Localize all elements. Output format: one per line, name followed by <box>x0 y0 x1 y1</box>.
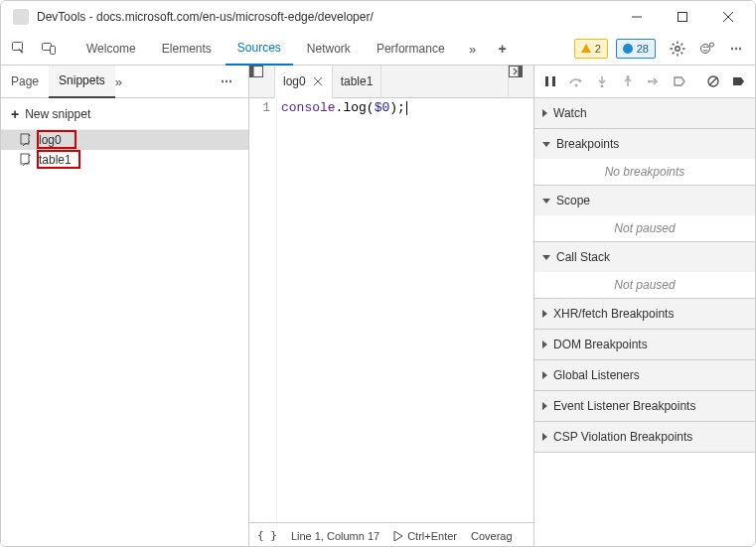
section-header[interactable]: Call Stack <box>534 242 755 272</box>
section-header[interactable]: Event Listener Breakpoints <box>534 391 755 421</box>
pretty-print-icon[interactable]: { } <box>257 529 277 542</box>
svg-point-31 <box>601 85 604 88</box>
toggle-navigator-icon[interactable] <box>249 66 275 98</box>
debugger-section: DOM Breakpoints <box>534 330 755 360</box>
more-tabs-icon[interactable]: » <box>459 35 487 63</box>
minimize-button[interactable] <box>614 1 660 33</box>
editor-tab-label: log0 <box>283 74 306 88</box>
pause-button[interactable] <box>538 69 562 93</box>
warning-icon <box>581 44 591 54</box>
editor-tab-log0[interactable]: log0 <box>275 66 333 98</box>
highlight-box <box>37 130 76 149</box>
plus-icon: + <box>11 106 19 122</box>
tab-performance[interactable]: Performance <box>365 33 457 66</box>
feedback-icon[interactable] <box>693 35 721 63</box>
snippet-item-table1[interactable]: table1 <box>1 150 248 170</box>
snippet-file-icon <box>19 153 33 167</box>
section-header[interactable]: Scope <box>534 186 755 215</box>
deactivate-breakpoints-button[interactable] <box>668 69 691 93</box>
debugger-section: ScopeNot paused <box>534 186 755 242</box>
chevron-down-icon <box>542 255 550 260</box>
new-snippet-button[interactable]: + New snippet <box>1 98 248 130</box>
svg-point-35 <box>648 80 651 83</box>
svg-line-37 <box>709 77 717 85</box>
section-label: Call Stack <box>556 250 610 264</box>
section-header[interactable]: Breakpoints <box>534 129 755 159</box>
tab-sources[interactable]: Sources <box>226 33 293 66</box>
svg-point-33 <box>627 75 630 78</box>
section-body: No breakpoints <box>534 159 755 185</box>
chevron-right-icon <box>542 310 547 318</box>
nav-tab-snippets[interactable]: Snippets <box>49 66 115 98</box>
line-gutter: 1 <box>249 98 277 522</box>
svg-point-29 <box>575 84 578 87</box>
tab-elements[interactable]: Elements <box>150 33 224 66</box>
section-header[interactable]: CSP Violation Breakpoints <box>534 422 755 452</box>
warnings-badge[interactable]: 2 <box>574 39 608 59</box>
editor-tab-label: table1 <box>341 74 374 88</box>
editor-tab-table1[interactable]: table1 <box>333 66 382 98</box>
svg-line-16 <box>681 44 683 46</box>
line-number: 1 <box>249 100 270 115</box>
window-titlebar: DevTools - docs.microsoft.com/en-us/micr… <box>1 1 755 33</box>
section-body: Not paused <box>534 272 755 298</box>
navigator-panel: Page Snippets » ⋯ + New snippet log0 tab… <box>1 66 249 547</box>
close-tab-icon[interactable] <box>312 75 324 87</box>
add-tab-icon[interactable]: + <box>489 35 517 63</box>
debugger-panel: WatchBreakpointsNo breakpointsScopeNot p… <box>534 66 755 547</box>
snippet-list: log0 table1 <box>1 130 248 547</box>
chevron-right-icon <box>542 433 547 441</box>
warnings-count: 2 <box>595 43 601 55</box>
inspect-element-icon[interactable] <box>5 35 33 63</box>
section-header[interactable]: DOM Breakpoints <box>534 330 755 359</box>
coverage-label[interactable]: Coverag <box>471 530 513 542</box>
section-header[interactable]: Global Listeners <box>534 360 755 390</box>
tab-network[interactable]: Network <box>295 33 363 66</box>
svg-line-14 <box>681 53 683 55</box>
play-icon <box>393 531 403 541</box>
nav-more-options-icon[interactable]: ⋯ <box>221 74 248 88</box>
close-window-button[interactable] <box>705 1 751 33</box>
svg-point-8 <box>676 47 680 51</box>
debugger-section: Event Listener Breakpoints <box>534 391 755 422</box>
svg-point-17 <box>701 45 710 54</box>
settings-icon[interactable] <box>664 35 691 63</box>
svg-line-15 <box>673 53 675 55</box>
debugger-toolbar <box>534 66 755 98</box>
run-snippet-button[interactable]: Ctrl+Enter <box>393 530 457 542</box>
highlight-box <box>37 150 80 169</box>
device-emulation-icon[interactable] <box>35 35 63 63</box>
cursor-position: Line 1, Column 17 <box>291 530 379 542</box>
code-editor[interactable]: 1 console.log($0); <box>249 98 533 522</box>
nav-tab-page[interactable]: Page <box>1 66 49 98</box>
text-cursor <box>406 101 407 115</box>
window-title: DevTools - docs.microsoft.com/en-us/micr… <box>37 10 614 24</box>
code-content[interactable]: console.log($0); <box>277 98 533 522</box>
section-header[interactable]: XHR/fetch Breakpoints <box>534 299 755 329</box>
chevron-right-icon <box>542 371 547 379</box>
maximize-button[interactable] <box>660 1 705 33</box>
section-label: XHR/fetch Breakpoints <box>553 307 674 321</box>
step-out-button[interactable] <box>616 69 640 93</box>
tab-welcome[interactable]: Welcome <box>75 33 148 66</box>
step-into-button[interactable] <box>590 69 614 93</box>
debugger-section: XHR/fetch Breakpoints <box>534 299 755 330</box>
snippet-item-log0[interactable]: log0 <box>1 130 248 150</box>
nav-more-tabs-icon[interactable]: » <box>115 74 139 89</box>
svg-rect-4 <box>13 43 23 51</box>
step-button[interactable] <box>642 69 666 93</box>
chevron-down-icon <box>542 199 550 204</box>
section-header[interactable]: Watch <box>534 98 755 128</box>
svg-rect-1 <box>679 13 687 22</box>
section-label: CSP Violation Breakpoints <box>553 430 692 444</box>
svg-rect-27 <box>545 76 548 86</box>
section-label: DOM Breakpoints <box>553 338 648 351</box>
step-over-button[interactable] <box>564 69 588 93</box>
editor-panel: log0 table1 1 console.log($0); { } Line … <box>249 66 534 547</box>
more-options-icon[interactable]: ⋯ <box>723 35 751 63</box>
section-label: Global Listeners <box>553 368 640 382</box>
toggle-debugger-icon[interactable] <box>508 66 533 98</box>
pause-on-exceptions-button[interactable] <box>701 69 725 93</box>
advanced-breakpoints-button[interactable] <box>727 69 751 93</box>
messages-badge[interactable]: 28 <box>616 39 656 59</box>
